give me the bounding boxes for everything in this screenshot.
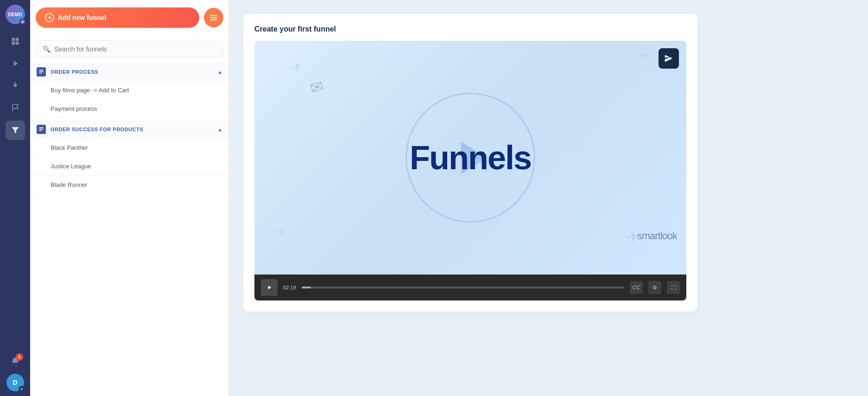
nav-bar: DEMO ▼ 3 D ▼ (0, 0, 30, 396)
nav-icon-flag[interactable] (6, 98, 25, 118)
sidebar: + Add new funnel 🔍 ORDER PROCESS ▲ Buy f… (30, 0, 229, 396)
deco-envelope: ✉ (308, 77, 325, 98)
section-order-success-title: ORDER SUCCESS FOR PRODUCTS (51, 127, 218, 132)
search-icon: 🔍 (43, 45, 51, 53)
add-funnel-button[interactable]: + Add new funnel (36, 7, 199, 28)
section-order-success-chevron: ▲ (218, 127, 222, 132)
video-funnels-text: Funnels (410, 139, 531, 177)
content-card: Create your first funnel ✉ ✈ ✈ ✈ ✈ Funne… (243, 14, 697, 312)
video-area[interactable]: ✉ ✈ ✈ ✈ ✈ Funnels smartlook (254, 41, 686, 275)
avatar-chevron: ▼ (19, 386, 25, 392)
video-play-button[interactable] (261, 279, 278, 296)
funnel-item-payment[interactable]: Payment process (30, 100, 229, 118)
video-fullscreen-button[interactable]: ⛶ (667, 281, 680, 294)
card-title: Create your first funnel (254, 25, 686, 33)
send-button[interactable] (659, 48, 679, 69)
deco-plane-1: ✈ (289, 58, 304, 76)
video-progress-fill (302, 287, 311, 288)
funnel-item-buy-films[interactable]: Buy films page -> Add to Cart (30, 81, 229, 100)
deco-plane-2: ✈ (640, 49, 651, 63)
funnel-item-black-panther[interactable]: Black Panther (30, 139, 229, 157)
avatar-badge: ▼ (19, 19, 26, 25)
section-order-success: ORDER SUCCESS FOR PRODUCTS ▲ Black Panth… (30, 120, 229, 194)
video-cc-button[interactable]: CC (630, 281, 643, 294)
sidebar-menu-button[interactable] (204, 8, 223, 27)
funnel-item-justice-league[interactable]: Justice League (30, 157, 229, 176)
funnel-item-blade-runner[interactable]: Blade Runner (30, 176, 229, 194)
nav-user-avatar[interactable]: D ▼ (6, 374, 24, 391)
plus-circle-icon: + (45, 13, 54, 22)
deco-plane-3: ✈ (277, 226, 286, 238)
video-progress-bar[interactable] (302, 287, 624, 288)
video-settings-button[interactable]: ⚙ (648, 281, 661, 294)
section-order-process-title: ORDER PROCESS (51, 69, 218, 75)
section-order-success-icon (37, 125, 46, 134)
search-box: 🔍 (36, 40, 223, 58)
section-order-process: ORDER PROCESS ▲ Buy films page -> Add to… (30, 63, 229, 118)
main-content: Create your first funnel ✉ ✈ ✈ ✈ ✈ Funne… (229, 0, 868, 396)
smartlook-logo: smartlook (637, 230, 677, 242)
sidebar-header: + Add new funnel (30, 0, 229, 36)
section-order-process-header[interactable]: ORDER PROCESS ▲ (30, 63, 229, 81)
video-time: 02:19 (283, 285, 296, 290)
video-controls: 02:19 CC ⚙ ⛶ (254, 275, 686, 300)
nav-icon-notifications[interactable]: 3 (6, 351, 25, 371)
nav-icon-play[interactable] (6, 54, 25, 73)
video-container: ✉ ✈ ✈ ✈ ✈ Funnels smartlook (254, 41, 686, 300)
nav-icon-filter[interactable] (6, 121, 25, 140)
section-order-process-chevron: ▲ (218, 70, 222, 75)
section-order-success-header[interactable]: ORDER SUCCESS FOR PRODUCTS ▲ (30, 120, 229, 139)
nav-demo-avatar[interactable]: DEMO ▼ (6, 5, 25, 24)
nav-icon-grid[interactable] (6, 32, 25, 51)
section-order-process-icon (37, 67, 46, 77)
sidebar-content: ORDER PROCESS ▲ Buy films page -> Add to… (30, 63, 229, 396)
search-input[interactable] (54, 45, 216, 53)
nav-bottom: 3 D ▼ (6, 351, 25, 391)
nav-icon-fire[interactable] (6, 76, 25, 96)
notification-badge: 3 (16, 353, 23, 361)
